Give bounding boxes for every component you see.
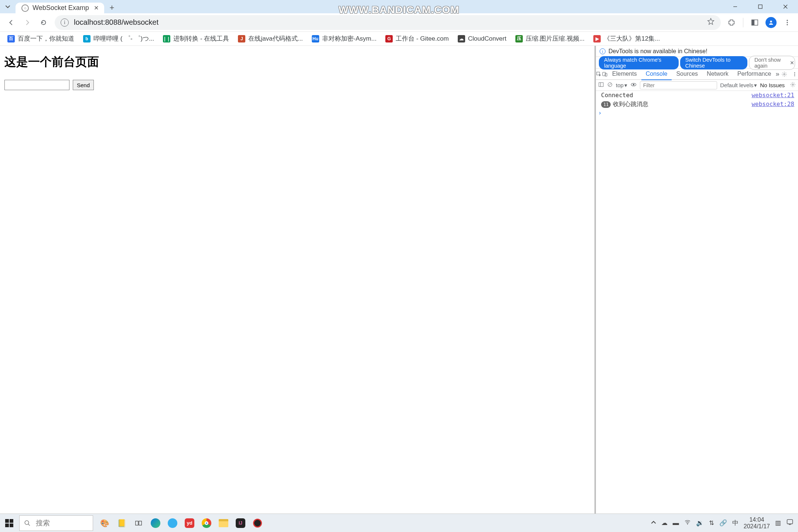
device-toggle-icon[interactable] <box>602 71 608 77</box>
send-button[interactable]: Send <box>73 80 94 90</box>
more-tabs-icon[interactable]: » <box>775 70 779 78</box>
bookmark-favicon: J <box>238 35 245 42</box>
tray-expand-icon[interactable] <box>651 519 656 527</box>
log-source-link[interactable]: websocket:21 <box>751 91 794 99</box>
bookmark-label: 百度一下，你就知道 <box>18 34 74 43</box>
taskbar-app-explorer[interactable] <box>216 515 231 531</box>
taskbar-app-qq[interactable] <box>165 515 180 531</box>
start-button[interactable] <box>0 514 18 532</box>
devtools-tab-performance[interactable]: Performance <box>733 68 776 80</box>
info-icon: i <box>600 48 606 54</box>
console-prompt[interactable]: › <box>596 109 798 116</box>
bookmark-item[interactable]: ▶《三大队》第12集... <box>590 33 664 44</box>
taskbar-app-chrome[interactable] <box>199 515 214 531</box>
log-source-link[interactable]: websocket:28 <box>751 100 794 108</box>
svg-point-7 <box>787 20 788 21</box>
taskbar-clock[interactable]: 14:04 2024/1/17 <box>744 516 770 530</box>
devtools-panel: i DevTools is now available in Chinese! … <box>596 46 798 514</box>
bookmark-favicon: 压 <box>515 35 523 42</box>
console-sidebar-icon[interactable] <box>598 82 604 89</box>
tablist-dropdown[interactable] <box>0 0 16 13</box>
inspect-element-icon[interactable] <box>596 71 602 77</box>
tab-title: WebSocket Example <box>33 4 89 12</box>
bookmark-label: 哔哩哔哩 ( ゜- ゜)つ... <box>93 34 154 43</box>
svg-point-28 <box>687 524 688 525</box>
bookmark-star-icon[interactable] <box>707 17 715 27</box>
tab-close-icon[interactable]: ✕ <box>92 4 100 12</box>
taskbar-app-taskview[interactable] <box>131 515 146 531</box>
tray-cloud-icon[interactable]: ☁ <box>661 519 668 527</box>
always-match-button[interactable]: Always match Chrome's language <box>599 56 679 69</box>
log-levels-selector[interactable]: Default levels ▾ <box>720 82 757 89</box>
devtools-tab-sources[interactable]: Sources <box>672 68 702 80</box>
extensions-icon[interactable] <box>724 16 739 30</box>
bookmark-item[interactable]: J在线java代码格式... <box>234 33 306 44</box>
bookmark-label: 非对称加密-Asym... <box>322 34 376 43</box>
taskbar-app-paint[interactable]: 🎨 <box>97 515 112 531</box>
devtools-tab-console[interactable]: Console <box>641 68 672 80</box>
new-tab-button[interactable]: + <box>104 2 120 13</box>
devtools-tab-network[interactable]: Network <box>702 68 733 80</box>
forward-button[interactable] <box>20 15 35 30</box>
bookmark-favicon: Hu <box>312 35 319 42</box>
console-settings-icon[interactable] <box>790 82 796 89</box>
taskbar-app-edge[interactable] <box>148 515 163 531</box>
clear-console-icon[interactable] <box>607 82 613 89</box>
ime-indicator[interactable]: 中 <box>732 519 739 527</box>
site-info-icon[interactable]: i <box>61 18 69 27</box>
svg-line-20 <box>608 83 611 86</box>
devtools-menu-icon[interactable] <box>790 72 798 77</box>
bookmark-favicon: G <box>385 35 393 42</box>
svg-point-13 <box>784 74 785 75</box>
devtools-settings-icon[interactable] <box>779 71 790 77</box>
maximize-button[interactable] <box>748 0 773 13</box>
svg-point-14 <box>794 72 795 73</box>
taskbar-app-youdao[interactable]: yd <box>182 515 197 531</box>
issues-label[interactable]: No Issues <box>760 82 785 88</box>
taskbar-apps: 🎨 📒 yd IJ <box>97 515 265 531</box>
live-expression-icon[interactable] <box>630 81 637 89</box>
close-window-button[interactable] <box>773 0 798 13</box>
context-selector[interactable]: top ▾ <box>616 82 627 89</box>
side-panel-icon[interactable] <box>748 16 762 30</box>
tray-link-icon[interactable]: 🔗 <box>719 519 727 527</box>
system-tray: ☁ ▬ 🔉 ⇅ 🔗 中 14:04 2024/1/17 ▥ <box>651 516 798 530</box>
profile-avatar[interactable] <box>765 17 777 28</box>
bookmark-item[interactable]: 压压缩.图片压缩.视频... <box>512 33 589 44</box>
message-input[interactable] <box>4 80 69 90</box>
bookmark-item[interactable]: ☁CloudConvert <box>454 34 510 44</box>
taskbar-search[interactable]: 搜索 <box>19 515 93 531</box>
context-label: top <box>616 82 624 88</box>
svg-point-6 <box>770 20 772 22</box>
tray-chart-icon[interactable]: ▥ <box>775 519 781 527</box>
levels-label: Default levels <box>720 82 753 88</box>
switch-language-button[interactable]: Switch DevTools to Chinese <box>680 56 747 69</box>
bookmark-item[interactable]: b哔哩哔哩 ( ゜- ゜)つ... <box>79 33 158 44</box>
address-bar[interactable]: i localhost:8088/websocket <box>55 15 721 30</box>
bookmark-item[interactable]: 百百度一下，你就知道 <box>4 33 78 44</box>
taskbar-app-ide[interactable]: IJ <box>233 515 248 531</box>
taskbar-app-bandicam[interactable] <box>250 515 265 531</box>
chrome-menu-icon[interactable] <box>780 16 794 30</box>
devtools-tab-elements[interactable]: Elements <box>608 68 641 80</box>
svg-rect-5 <box>752 20 754 25</box>
filter-input[interactable] <box>640 81 717 89</box>
dont-show-button[interactable]: Don't show again <box>749 56 795 70</box>
minimize-button[interactable] <box>723 0 748 13</box>
tray-battery-icon[interactable]: ▬ <box>673 519 679 527</box>
bookmark-item[interactable]: Hu非对称加密-Asym... <box>308 33 380 44</box>
tray-share-icon[interactable]: ⇅ <box>709 519 714 527</box>
tray-volume-icon[interactable]: 🔉 <box>696 519 704 527</box>
reload-button[interactable] <box>36 15 51 30</box>
notice-close-icon[interactable]: ✕ <box>790 60 794 66</box>
browser-tab[interactable]: ○ WebSocket Example ✕ <box>16 3 104 13</box>
back-button[interactable] <box>4 15 18 30</box>
bookmark-item[interactable]: ❘❘进制转换 - 在线工具 <box>159 33 233 44</box>
notification-center-icon[interactable] <box>786 518 794 528</box>
bookmark-label: 《三大队》第12集... <box>604 34 660 43</box>
taskbar-app-files[interactable]: 📒 <box>114 515 129 531</box>
tray-wifi-icon[interactable] <box>684 519 691 527</box>
bookmark-item[interactable]: G工作台 - Gitee.com <box>382 33 453 44</box>
notice-text: DevTools is now available in Chinese! <box>608 48 707 55</box>
toolbar-divider <box>743 18 743 27</box>
